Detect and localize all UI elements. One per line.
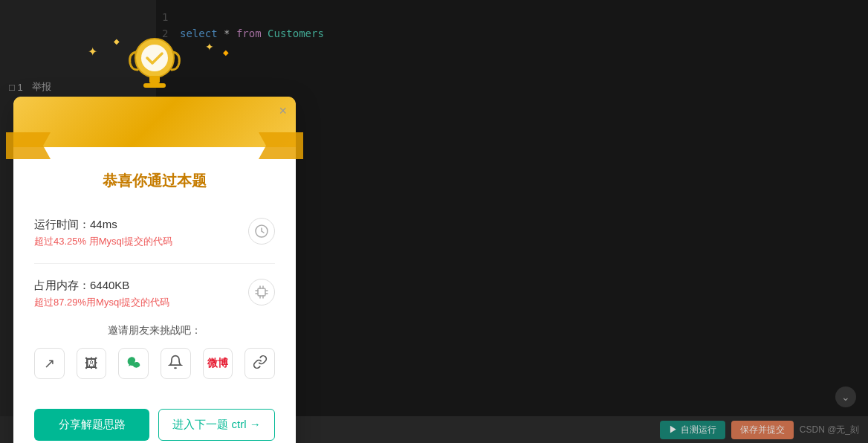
success-modal: ✦ ◆ ✦ ◆ × 恭喜你通过本题 <box>13 97 296 443</box>
clock-icon <box>248 218 275 245</box>
modal-body: 运行时间：44ms 超过43.25% 用Mysql提交的代码 占用内存：6440… <box>13 200 296 409</box>
runtime-stat-text: 运行时间：44ms 超过43.25% 用Mysql提交的代码 <box>34 218 248 248</box>
svg-rect-5 <box>258 288 265 296</box>
chip-icon <box>248 279 275 305</box>
modal-close-button[interactable]: × <box>279 104 287 117</box>
share-weibo-button[interactable]: 微博 <box>203 348 233 379</box>
next-problem-button[interactable]: 进入下一题 ctrl → <box>158 409 275 441</box>
bell-icon <box>168 355 183 373</box>
share-solution-button[interactable]: 分享解题思路 <box>34 409 149 441</box>
ribbon-left <box>6 132 51 159</box>
weibo-icon: 微博 <box>207 357 228 370</box>
divider-1 <box>34 263 275 264</box>
modal-footer: 分享解题思路 进入下一题 ctrl → <box>13 409 296 443</box>
share-wechat-button[interactable] <box>118 348 149 379</box>
share-link-button[interactable] <box>244 348 275 379</box>
runtime-label: 运行时间：44ms <box>34 218 248 232</box>
link-icon <box>253 355 268 373</box>
memory-label: 占用内存：6440KB <box>34 279 248 293</box>
memory-stat-row: 占用内存：6440KB 超过87.29%用Mysql提交的代码 <box>34 279 275 309</box>
share-image-button[interactable]: 🖼 <box>77 348 107 379</box>
runtime-stat-row: 运行时间：44ms 超过43.25% 用Mysql提交的代码 <box>34 218 275 248</box>
wechat-icon <box>126 355 141 373</box>
runtime-sub: 超过43.25% 用Mysql提交的代码 <box>34 235 248 248</box>
ribbon-right <box>259 132 303 159</box>
modal-banner <box>13 97 296 147</box>
share-icons-row: ↗ 🖼 微博 <box>34 348 275 379</box>
share-notification-button[interactable] <box>161 348 191 379</box>
memory-stat-text: 占用内存：6440KB 超过87.29%用Mysql提交的代码 <box>34 279 248 309</box>
invite-label: 邀请朋友来挑战吧： <box>34 324 275 337</box>
external-link-icon: ↗ <box>44 355 55 372</box>
next-problem-label: 进入下一题 ctrl → <box>172 418 260 432</box>
modal-title: 恭喜你通过本题 <box>13 147 296 200</box>
image-icon: 🖼 <box>85 356 98 372</box>
share-external-button[interactable]: ↗ <box>34 348 65 379</box>
memory-sub: 超过87.29%用Mysql提交的代码 <box>34 296 248 309</box>
